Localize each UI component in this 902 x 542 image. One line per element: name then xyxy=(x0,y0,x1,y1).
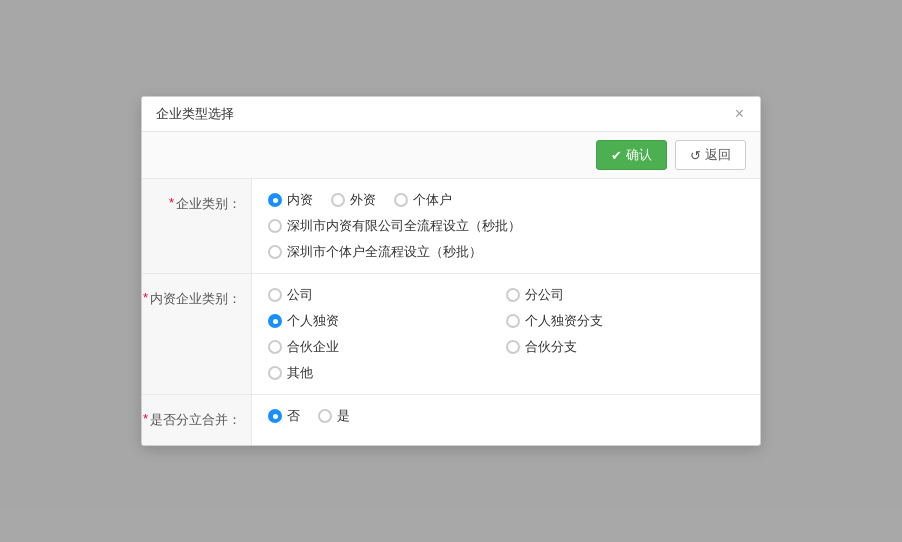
dialog-overlay: 企业类型选择 × ✔ 确认 ↺ 返回 * 企业类别： xyxy=(0,0,902,542)
back-button[interactable]: ↺ 返回 xyxy=(675,140,746,170)
required-mark-2: * xyxy=(143,290,148,305)
radio-neizi-label: 内资 xyxy=(287,191,313,209)
enterprise-type-dialog: 企业类型选择 × ✔ 确认 ↺ 返回 * 企业类别： xyxy=(141,96,761,446)
radio-gs-label: 公司 xyxy=(287,286,313,304)
radio-waizi[interactable]: 外资 xyxy=(331,191,376,209)
label-text-2: 内资企业类别： xyxy=(150,290,241,308)
radio-sz-neizi[interactable]: 深圳市内资有限公司全流程设立（秒批） xyxy=(268,217,521,235)
radio-no-circle xyxy=(268,409,282,423)
form-body: * 企业类别： 内资 外资 xyxy=(142,179,760,445)
merge-type-row: * 是否分立合并： 否 是 xyxy=(142,395,760,445)
nz-enterprise-type-label: * 内资企业类别： xyxy=(142,274,252,394)
enterprise-type-content: 内资 外资 个体户 xyxy=(252,179,760,273)
radio-yes[interactable]: 是 xyxy=(318,407,350,425)
radio-no[interactable]: 否 xyxy=(268,407,300,425)
radio-hhqy-label: 合伙企业 xyxy=(287,338,339,356)
radio-hh-fz[interactable]: 合伙分支 xyxy=(506,338,744,356)
dialog-header: 企业类型选择 × xyxy=(142,97,760,132)
radio-grdz-label: 个人独资 xyxy=(287,312,339,330)
radio-hhqy[interactable]: 合伙企业 xyxy=(268,338,506,356)
radio-sz-geth[interactable]: 深圳市个体户全流程设立（秒批） xyxy=(268,243,482,261)
dialog-toolbar: ✔ 确认 ↺ 返回 xyxy=(142,132,760,179)
merge-type-options: 否 是 xyxy=(268,407,744,425)
radio-waizi-label: 外资 xyxy=(350,191,376,209)
radio-geth-circle xyxy=(394,193,408,207)
radio-neizi-circle xyxy=(268,193,282,207)
enterprise-type-label: * 企业类别： xyxy=(142,179,252,273)
radio-grdz-circle xyxy=(268,314,282,328)
radio-qt-label: 其他 xyxy=(287,364,313,382)
enterprise-type-row3: 深圳市个体户全流程设立（秒批） xyxy=(268,243,744,261)
nz-enterprise-type-row: * 内资企业类别： 公司 个人独资 xyxy=(142,274,760,395)
radio-grdz-fz-circle xyxy=(506,314,520,328)
enterprise-type-row: * 企业类别： 内资 外资 xyxy=(142,179,760,274)
radio-yes-label: 是 xyxy=(337,407,350,425)
radio-grdz-fz-label: 个人独资分支 xyxy=(525,312,603,330)
radio-sz-neizi-label: 深圳市内资有限公司全流程设立（秒批） xyxy=(287,217,521,235)
radio-sz-neizi-circle xyxy=(268,219,282,233)
required-mark-1: * xyxy=(169,195,174,210)
dialog-title: 企业类型选择 xyxy=(156,105,234,123)
radio-fgs-circle xyxy=(506,288,520,302)
nz-type-grid: 公司 个人独资 合伙企业 xyxy=(268,286,744,382)
back-icon: ↺ xyxy=(690,148,701,163)
back-label: 返回 xyxy=(705,146,731,164)
radio-hhqy-circle xyxy=(268,340,282,354)
enterprise-type-row1: 内资 外资 个体户 xyxy=(268,191,744,209)
confirm-button[interactable]: ✔ 确认 xyxy=(596,140,667,170)
close-button[interactable]: × xyxy=(733,106,746,122)
radio-grdz[interactable]: 个人独资 xyxy=(268,312,506,330)
radio-fgs-label: 分公司 xyxy=(525,286,564,304)
radio-sz-geth-circle xyxy=(268,245,282,259)
radio-hh-fz-label: 合伙分支 xyxy=(525,338,577,356)
radio-yes-circle xyxy=(318,409,332,423)
merge-type-content: 否 是 xyxy=(252,395,760,437)
radio-waizi-circle xyxy=(331,193,345,207)
radio-gs-circle xyxy=(268,288,282,302)
radio-geth[interactable]: 个体户 xyxy=(394,191,452,209)
radio-fgs[interactable]: 分公司 xyxy=(506,286,744,304)
nz-enterprise-type-content: 公司 个人独资 合伙企业 xyxy=(252,274,760,394)
confirm-check-icon: ✔ xyxy=(611,148,622,163)
radio-geth-label: 个体户 xyxy=(413,191,452,209)
radio-qt-circle xyxy=(268,366,282,380)
radio-hh-fz-circle xyxy=(506,340,520,354)
radio-no-label: 否 xyxy=(287,407,300,425)
merge-type-label: * 是否分立合并： xyxy=(142,395,252,445)
radio-qt[interactable]: 其他 xyxy=(268,364,506,382)
label-text-1: 企业类别： xyxy=(176,195,241,213)
radio-sz-geth-label: 深圳市个体户全流程设立（秒批） xyxy=(287,243,482,261)
radio-grdz-fz[interactable]: 个人独资分支 xyxy=(506,312,744,330)
radio-neizi[interactable]: 内资 xyxy=(268,191,313,209)
required-mark-3: * xyxy=(143,411,148,426)
confirm-label: 确认 xyxy=(626,146,652,164)
enterprise-type-row2: 深圳市内资有限公司全流程设立（秒批） xyxy=(268,217,744,235)
label-text-3: 是否分立合并： xyxy=(150,411,241,429)
radio-gs[interactable]: 公司 xyxy=(268,286,506,304)
